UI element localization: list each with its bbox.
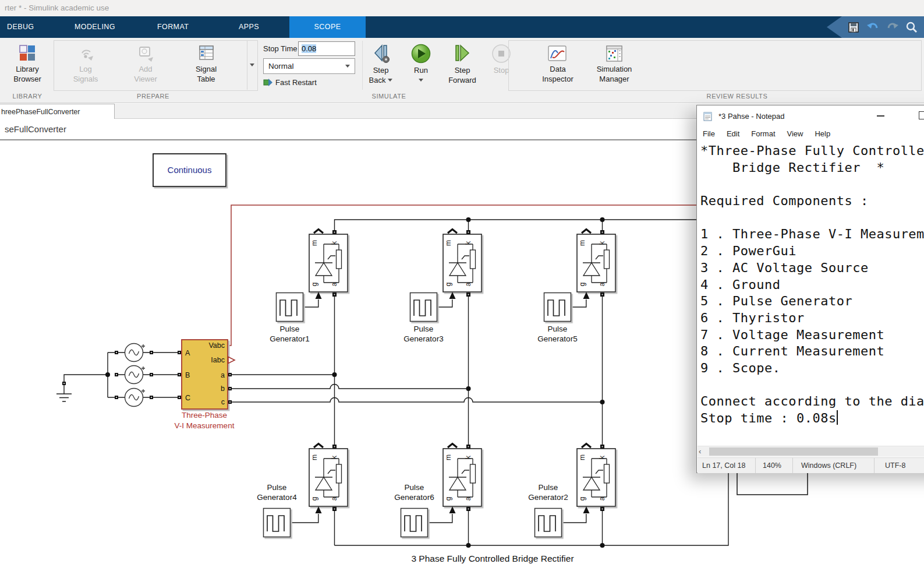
simulink-titlebar: rter * - Simulink academic use (0, 0, 924, 16)
maximize-icon[interactable] (919, 111, 924, 119)
run-icon[interactable] (410, 43, 431, 64)
notepad-line: Required Components : (700, 193, 924, 210)
vi-block-name2: V-I Measurement (175, 421, 235, 430)
pulse-generator3-block[interactable] (410, 293, 437, 322)
step-back-button[interactable]: Step Back (363, 65, 398, 85)
save-icon[interactable] (847, 21, 860, 34)
tab-format[interactable]: FORMAT (157, 16, 189, 38)
data-inspector-icon[interactable] (548, 45, 567, 62)
scrollbar-thumb[interactable] (709, 447, 878, 456)
fast-restart-icon[interactable] (263, 78, 272, 87)
notepad-window: *3 Pahse - Notepad File Edit Format View… (696, 105, 924, 473)
vi-port-C: C (185, 394, 190, 402)
pulse-generator2-block[interactable] (535, 509, 562, 537)
stop-time-value: 0.08 (302, 44, 316, 53)
tab-debug[interactable]: DEBUG (7, 16, 34, 38)
scroll-left-icon[interactable]: ‹ (699, 447, 701, 456)
data-inspector-button[interactable]: Data Inspector (540, 64, 576, 84)
pulse-generator5-block[interactable] (544, 293, 571, 322)
library-browser-button[interactable]: Library Browser (10, 64, 45, 84)
section-prepare: PREPARE (130, 93, 176, 100)
screen: { "colors": { "ribbon_bg": "#0c3a60", "a… (0, 0, 924, 578)
thyristor-block-1[interactable] (309, 230, 348, 299)
pulse-generator6-block[interactable] (401, 509, 428, 537)
search-icon[interactable] (905, 21, 918, 34)
svg-text:Pulse: Pulse (548, 325, 568, 333)
pulse-generator4-block[interactable] (264, 509, 291, 537)
run-button[interactable]: Run (411, 65, 431, 75)
menu-edit[interactable]: Edit (727, 129, 739, 138)
step-forward-label1: Step (444, 65, 480, 75)
notepad-line: 1 . Three-Phase V-I Measurement (700, 226, 924, 243)
svg-text:Pulse: Pulse (280, 325, 300, 333)
thyristor-block-2[interactable] (577, 444, 615, 514)
add-viewer-button[interactable]: Add Viewer (125, 64, 166, 84)
data-inspector-label2: Inspector (540, 74, 576, 84)
breadcrumb[interactable]: seFullConverter (5, 124, 66, 134)
model-tab-label: hreePhaseFullConverter (1, 108, 80, 116)
notepad-statusbar: Ln 17, Col 18 140% Windows (CRLF) UTF-8 (698, 457, 924, 473)
library-browser-label1: Library (10, 64, 45, 74)
ground-block[interactable] (62, 382, 66, 385)
simulation-manager-button[interactable]: Simulation Manager (593, 64, 635, 84)
powergui-label: Continuous (168, 165, 212, 175)
notepad-line (700, 210, 924, 227)
tab-modeling[interactable]: MODELING (75, 16, 115, 38)
step-forward-icon[interactable] (452, 43, 473, 64)
stop-time-input[interactable]: 0.08 (298, 41, 355, 56)
notepad-line: Stop time : 0.08s (700, 410, 924, 427)
pulse-generator1-block[interactable] (277, 293, 303, 322)
model-tab[interactable]: hreePhaseFullConverter (0, 104, 115, 119)
notepad-line: 8 . Current Measurement (700, 343, 924, 360)
thyristor-block-6[interactable] (443, 444, 482, 514)
powergui-block[interactable]: Continuous (153, 154, 226, 186)
tab-apps[interactable]: APPS (239, 16, 259, 38)
section-library: LIBRARY (10, 93, 45, 100)
menu-format[interactable]: Format (751, 129, 775, 138)
status-encoding: UTF-8 (875, 458, 924, 473)
vi-measurement-block[interactable]: A B C Vabc Iabc a b c Three-Phase V-I Me… (175, 340, 235, 430)
notepad-hscrollbar[interactable]: ‹ (698, 446, 924, 457)
fast-restart-label[interactable]: Fast Restart (275, 78, 317, 87)
minimize-icon[interactable] (877, 115, 884, 117)
notepad-icon (703, 111, 713, 121)
step-forward-button[interactable]: Step Forward (444, 65, 480, 85)
notepad-titlebar[interactable]: *3 Pahse - Notepad (697, 105, 924, 126)
iabc-unconnected-port (228, 357, 235, 364)
thyristor-block-5[interactable] (577, 230, 615, 299)
svg-text:Pulse: Pulse (539, 483, 558, 492)
window-title: rter * - Simulink academic use (5, 3, 109, 12)
add-viewer-icon (137, 45, 155, 62)
step-back-icon[interactable] (370, 43, 391, 64)
log-signals-button[interactable]: Log Signals (65, 64, 106, 84)
notepad-text-area[interactable]: *Three-Phase Fully Controlled Bridge Rec… (698, 142, 924, 446)
stop-time-label: Stop Time (263, 44, 298, 53)
menu-help[interactable]: Help (815, 129, 830, 138)
library-browser-icon[interactable] (19, 44, 36, 62)
sim-mode-select[interactable]: Normal (263, 58, 355, 74)
menu-view[interactable]: View (787, 129, 803, 138)
simulation-manager-icon[interactable] (606, 45, 623, 62)
status-zoom: 140% (756, 458, 793, 473)
redo-icon[interactable] (886, 21, 900, 34)
vi-port-B: B (185, 371, 190, 379)
section-review: REVIEW RESULTS (702, 93, 772, 100)
notepad-line: 3 . AC Voltage Source (700, 260, 924, 277)
step-back-caret-icon (388, 79, 392, 82)
thyristor-block-3[interactable] (443, 230, 482, 299)
notepad-line: 5 . Pulse Generator (700, 293, 924, 310)
menu-file[interactable]: File (703, 129, 715, 138)
vi-port-b: b (221, 385, 225, 393)
undo-icon[interactable] (866, 21, 880, 34)
thyristor-block-4[interactable] (309, 444, 348, 514)
svg-text:Pulse: Pulse (414, 325, 434, 333)
gallery-dropdown-icon[interactable] (250, 64, 254, 66)
notepad-line: 9 . Scope. (700, 360, 924, 377)
signal-table-button[interactable]: Signal Table (186, 64, 226, 84)
svg-text:Pulse: Pulse (405, 483, 424, 492)
notepad-line: Connect according to the diagram (700, 393, 924, 410)
svg-text:Pulse: Pulse (267, 483, 287, 492)
step-forward-label2: Forward (444, 75, 480, 85)
run-caret-icon[interactable] (419, 79, 423, 82)
tab-scope[interactable]: SCOPE (289, 16, 366, 38)
